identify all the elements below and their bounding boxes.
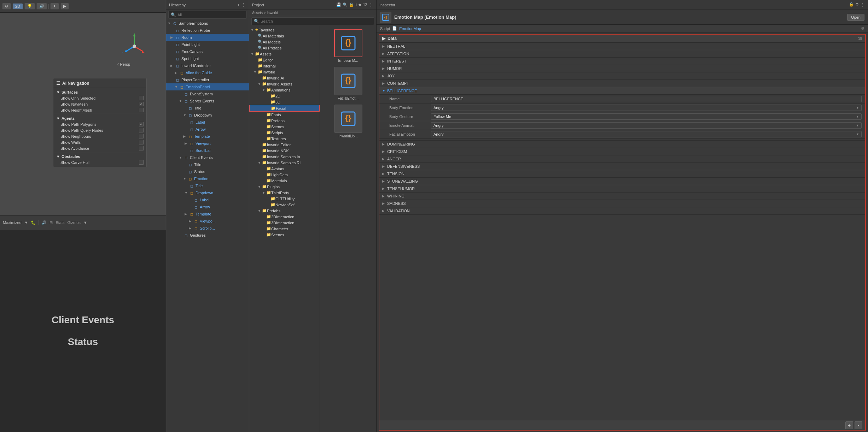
tree-item-spot-light[interactable]: ◻ Spot Light bbox=[166, 55, 249, 62]
body-gesture-value[interactable]: Follow Me ▼ bbox=[431, 113, 862, 120]
tree-item-scrollbar-2[interactable]: ▶ ◻ Scrollb... bbox=[166, 225, 249, 232]
tree-scripts[interactable]: 📁 Scripts bbox=[249, 130, 320, 136]
tree-textures[interactable]: 📁 Textures bbox=[249, 136, 320, 142]
tree-inworld-assets[interactable]: ▼ 📁 Inworld.Assets bbox=[249, 81, 320, 87]
show-neighbours-checkbox[interactable] bbox=[139, 134, 144, 138]
tree-lightdata[interactable]: 📁 LightData bbox=[249, 172, 320, 178]
stats-label[interactable]: Stats bbox=[56, 220, 64, 225]
tree-item-emotionpanel[interactable]: ▼ ◻ EmotionPanel bbox=[166, 83, 249, 90]
tree-item-scrollbar-1[interactable]: ◻ Scrollbar bbox=[166, 147, 249, 154]
tree-item-label-1[interactable]: ◻ Label bbox=[166, 119, 249, 126]
tree-item-sampleemotions[interactable]: ▼ ⬡ SampleEmotions bbox=[166, 20, 249, 27]
project-dots[interactable]: ⋮ bbox=[368, 2, 373, 8]
tree-fonts[interactable]: 📁 Fonts bbox=[249, 112, 320, 118]
tree-facial[interactable]: 📁 Facial bbox=[249, 105, 320, 112]
show-path-polygons-checkbox[interactable]: ✓ bbox=[139, 122, 144, 126]
tree-2d[interactable]: 📁 2D bbox=[249, 93, 320, 99]
tree-item-dropdown-1[interactable]: ▼ ◻ Dropdown bbox=[166, 112, 249, 119]
tree-item-emotion[interactable]: ▼ ◻ Emotion bbox=[166, 175, 249, 182]
tree-all-models[interactable]: 🔍 All Models bbox=[249, 39, 320, 45]
tree-item-alice[interactable]: ▶ ◻ Alice the Guide bbox=[166, 69, 249, 76]
show-path-polygons-item[interactable]: Show Path Polygons ✓ bbox=[53, 121, 146, 127]
hierarchy-dots[interactable]: ⋮ bbox=[241, 2, 246, 8]
tree-item-gestures[interactable]: ◻ Gestures bbox=[166, 232, 249, 239]
tree-item-reflection-probe[interactable]: ◻ Reflection Probe bbox=[166, 27, 249, 34]
emotion-defensiveness[interactable]: ▶ DEFENSIVENESS bbox=[379, 163, 865, 170]
tree-inworld-editor[interactable]: 📁 Inworld.Editor bbox=[249, 142, 320, 148]
hierarchy-search[interactable]: 🔍 bbox=[168, 11, 247, 19]
tree-materials[interactable]: 📁 Materials bbox=[249, 178, 320, 184]
tree-inworld-samples-ri[interactable]: ▼ 📁 Inworld.Samples.RI bbox=[249, 160, 320, 166]
tree-3dinteraction[interactable]: 📁 3DInteraction bbox=[249, 220, 320, 226]
emotion-tensehumor[interactable]: ▶ TENSEHUMOR bbox=[379, 185, 865, 193]
hierarchy-search-input[interactable] bbox=[177, 13, 244, 17]
asset-facial-emot[interactable]: {} FacialEmot... bbox=[334, 67, 362, 100]
tree-item-title-3[interactable]: ◻ Title bbox=[166, 182, 249, 189]
show-path-query-nodes-checkbox[interactable] bbox=[139, 128, 144, 132]
favorites-header[interactable]: ▼ ★ Favorites bbox=[249, 27, 320, 33]
project-search-bar[interactable]: 🔍 bbox=[251, 17, 374, 25]
tree-all-materials[interactable]: 🔍 All Materials bbox=[249, 33, 320, 39]
show-carve-hull-checkbox[interactable] bbox=[139, 160, 144, 165]
field-emote-animation[interactable]: Emote Animati Angry ▼ bbox=[379, 121, 865, 130]
tree-item-label-2[interactable]: ◻ Label bbox=[166, 196, 249, 203]
tree-item-dropdown-2[interactable]: ▼ ◻ Dropdown bbox=[166, 189, 249, 196]
emotion-anger[interactable]: ▶ ANGER bbox=[379, 155, 865, 163]
field-facial-emotion[interactable]: Facial Emotion Angry ▼ bbox=[379, 130, 865, 139]
tree-character[interactable]: 📁 Character bbox=[249, 226, 320, 232]
inspector-dots[interactable]: ⋮ bbox=[860, 2, 865, 8]
emotion-joy[interactable]: ▶ JOY bbox=[379, 72, 865, 80]
tree-item-title-2[interactable]: ◻ Title bbox=[166, 161, 249, 168]
tree-item-status[interactable]: ◻ Status bbox=[166, 168, 249, 175]
emotion-neutral[interactable]: ▶ NEUTRAL bbox=[379, 43, 865, 50]
toolbar-btn-2d[interactable]: 2D bbox=[12, 3, 23, 10]
emotion-validation[interactable]: ▶ VALIDATION bbox=[379, 207, 865, 215]
tree-2dinteraction[interactable]: 📁 2DInteraction bbox=[249, 214, 320, 220]
emotion-criticism[interactable]: ▶ CRITICISM bbox=[379, 148, 865, 155]
show-walls-checkbox[interactable] bbox=[139, 140, 144, 144]
emotion-interest[interactable]: ▶ INTEREST bbox=[379, 58, 865, 65]
tree-item-playercontroller[interactable]: ◻ PlayerController bbox=[166, 76, 249, 83]
show-only-selected-item[interactable]: Show Only Selected bbox=[53, 95, 146, 101]
data-collapse-arrow[interactable]: ▶ bbox=[382, 36, 385, 41]
emotion-humor[interactable]: ▶ HUMOR bbox=[379, 65, 865, 72]
tree-item-viewport-2[interactable]: ▶ ◻ Viewpo... bbox=[166, 218, 249, 225]
show-heightmesh-item[interactable]: Show HeightMesh bbox=[53, 107, 146, 113]
toolbar-btn-audio[interactable]: 🔊 bbox=[36, 3, 47, 10]
tree-newtonsoft[interactable]: 📁 NewtonSof bbox=[249, 202, 320, 208]
show-neighbours-item[interactable]: Show Neighbours bbox=[53, 133, 146, 139]
tree-item-arrow-2[interactable]: ◻ Arrow bbox=[166, 203, 249, 211]
tree-item-room[interactable]: ▶ ◻ Room bbox=[166, 34, 249, 41]
show-navmesh-item[interactable]: Show NavMesh ✓ bbox=[53, 101, 146, 107]
emotion-contempt[interactable]: ▶ CONTEMPT bbox=[379, 80, 865, 87]
tree-animations[interactable]: ▼ 📁 Animations bbox=[249, 87, 320, 93]
inspector-lock-icon[interactable]: 🔒 bbox=[849, 2, 854, 8]
tree-item-eventsystem[interactable]: ◻ EventSystem bbox=[166, 90, 249, 97]
show-walls-item[interactable]: Show Walls bbox=[53, 139, 146, 145]
toolbar-btn-light[interactable]: 💡 bbox=[24, 3, 35, 10]
inspector-debug-icon[interactable]: ⚙ bbox=[855, 2, 859, 8]
show-only-selected-checkbox[interactable] bbox=[139, 96, 144, 100]
tree-item-template-2[interactable]: ▶ ◻ Template bbox=[166, 211, 249, 218]
tree-scenes2[interactable]: 📁 Scenes bbox=[249, 232, 320, 238]
tree-editor[interactable]: 📁 Editor bbox=[249, 57, 320, 63]
tree-avatars[interactable]: 📁 Avatars bbox=[249, 166, 320, 172]
tree-scenes[interactable]: 📁 Scenes bbox=[249, 124, 320, 130]
tree-inworld[interactable]: ▼ 📁 Inworld bbox=[249, 69, 320, 75]
open-button[interactable]: Open bbox=[847, 14, 864, 21]
remove-button[interactable]: - bbox=[855, 421, 862, 429]
emotion-sadness[interactable]: ▶ SADNESS bbox=[379, 200, 865, 207]
tree-gltfutility[interactable]: 📁 GLTFUtility bbox=[249, 196, 320, 202]
tree-prefabs[interactable]: 📁 Prefabs bbox=[249, 118, 320, 124]
show-path-query-nodes-item[interactable]: Show Path Query Nodes bbox=[53, 127, 146, 133]
hierarchy-plus-icon[interactable]: + bbox=[238, 3, 240, 7]
toolbar-btn-orbit[interactable]: ⊙ bbox=[2, 3, 11, 10]
tree-item-inworldcontroller[interactable]: ▶ ◻ InworldController bbox=[166, 62, 249, 69]
tree-3d[interactable]: 📁 3D bbox=[249, 99, 320, 105]
emotion-whining[interactable]: ▶ WHINING bbox=[379, 193, 865, 200]
tree-inworld-ndk[interactable]: 📁 Inworld.NDK bbox=[249, 148, 320, 154]
assets-header[interactable]: ▼ 📁 Assets bbox=[249, 51, 320, 57]
facial-emotion-value[interactable]: Angry ▼ bbox=[431, 131, 862, 137]
tree-all-prefabs[interactable]: 🔍 All Prefabs bbox=[249, 45, 320, 51]
tree-inworld-samples-in[interactable]: 📁 Inworld.Samples.In bbox=[249, 154, 320, 160]
